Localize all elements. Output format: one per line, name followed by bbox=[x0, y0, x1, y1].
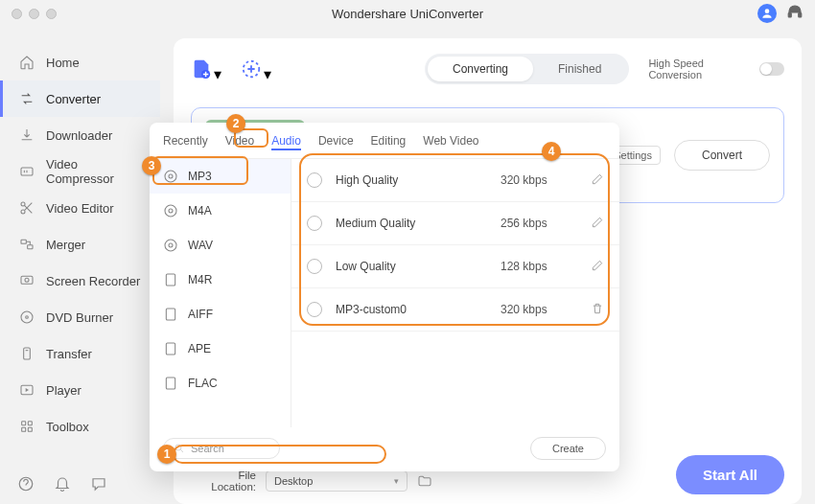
svg-point-27 bbox=[165, 205, 176, 217]
sidebar-item-home[interactable]: Home bbox=[0, 44, 160, 80]
sidebar-item-label: Transfer bbox=[46, 347, 92, 361]
compressor-icon bbox=[19, 164, 35, 179]
audio-file-icon bbox=[163, 341, 178, 356]
svg-rect-12 bbox=[24, 348, 31, 359]
sidebar-item-transfer[interactable]: Transfer bbox=[0, 335, 160, 372]
radio-icon bbox=[307, 172, 322, 188]
format-flac[interactable]: FLAC bbox=[150, 366, 291, 401]
support-icon[interactable] bbox=[786, 3, 803, 24]
search-input[interactable]: Search bbox=[163, 438, 280, 459]
audio-icon bbox=[163, 238, 178, 253]
quality-high[interactable]: High Quality 320 kbps bbox=[291, 159, 619, 202]
sidebar-item-editor[interactable]: Video Editor bbox=[0, 190, 160, 226]
maximize-window[interactable] bbox=[46, 9, 57, 19]
record-icon bbox=[19, 273, 35, 288]
format-aiff[interactable]: AIFF bbox=[150, 297, 291, 332]
annotation-marker-4: 4 bbox=[542, 142, 561, 161]
tab-device[interactable]: Device bbox=[318, 134, 354, 150]
format-wav[interactable]: WAV bbox=[150, 228, 291, 263]
transfer-icon bbox=[19, 346, 35, 361]
audio-file-icon bbox=[163, 376, 178, 391]
quality-low[interactable]: Low Quality 128 kbps bbox=[291, 245, 619, 288]
format-list: MP3 M4A WAV M4R AIFF APE bbox=[150, 159, 291, 427]
create-button[interactable]: Create bbox=[530, 437, 606, 460]
tab-audio[interactable]: Audio bbox=[271, 134, 301, 150]
svg-point-10 bbox=[21, 311, 33, 323]
open-folder-icon[interactable] bbox=[417, 473, 432, 489]
tab-finished[interactable]: Finished bbox=[533, 57, 626, 81]
svg-rect-17 bbox=[28, 427, 32, 431]
svg-point-35 bbox=[175, 445, 181, 450]
sidebar-item-toolbox[interactable]: Toolbox bbox=[0, 408, 160, 445]
sidebar-item-downloader[interactable]: Downloader bbox=[0, 117, 160, 153]
user-avatar[interactable] bbox=[757, 4, 777, 23]
edit-icon[interactable] bbox=[591, 259, 604, 275]
audio-icon bbox=[163, 203, 178, 218]
quality-medium[interactable]: Medium Quality 256 kbps bbox=[291, 202, 619, 245]
file-location-label: File Location: bbox=[191, 470, 256, 493]
format-mp3[interactable]: MP3 bbox=[150, 159, 291, 194]
tab-recently[interactable]: Recently bbox=[163, 134, 208, 150]
delete-icon[interactable] bbox=[591, 302, 604, 318]
format-ape[interactable]: APE bbox=[150, 332, 291, 366]
bell-icon[interactable] bbox=[54, 475, 71, 493]
help-icon[interactable] bbox=[17, 475, 35, 493]
svg-rect-34 bbox=[166, 378, 175, 389]
quality-rate: 320 kbps bbox=[501, 303, 577, 316]
svg-rect-32 bbox=[166, 309, 175, 320]
tab-converting[interactable]: Converting bbox=[428, 57, 533, 81]
format-m4r[interactable]: M4R bbox=[150, 263, 291, 297]
audio-icon bbox=[163, 169, 178, 184]
high-speed-toggle[interactable] bbox=[759, 62, 784, 76]
file-location-select[interactable]: Desktop ▾ bbox=[266, 470, 408, 492]
tab-video[interactable]: Video bbox=[225, 134, 254, 150]
sidebar-item-dvdburner[interactable]: DVD Burner bbox=[0, 299, 160, 335]
home-icon bbox=[19, 55, 35, 70]
add-file-button[interactable]: ▾ bbox=[191, 58, 221, 80]
svg-point-30 bbox=[169, 243, 173, 247]
svg-rect-6 bbox=[21, 240, 26, 243]
sidebar-item-compressor[interactable]: Video Compressor bbox=[0, 153, 160, 190]
annotation-marker-1: 1 bbox=[157, 445, 176, 464]
chevron-down-icon: ▾ bbox=[264, 65, 271, 73]
format-label: M4R bbox=[188, 273, 212, 286]
audio-file-icon bbox=[163, 307, 178, 322]
sidebar-item-screenrecorder[interactable]: Screen Recorder bbox=[0, 263, 160, 299]
radio-icon bbox=[307, 259, 322, 274]
format-popover: Recently Video Audio Device Editing Web … bbox=[150, 123, 619, 471]
convert-button[interactable]: Convert bbox=[674, 140, 770, 171]
traffic-lights bbox=[12, 9, 57, 19]
sidebar-item-merger[interactable]: Merger bbox=[0, 226, 160, 263]
edit-icon[interactable] bbox=[591, 216, 604, 232]
footer-icons bbox=[17, 475, 107, 493]
svg-point-28 bbox=[169, 209, 173, 213]
app-title: Wondershare UniConverter bbox=[332, 7, 483, 21]
start-all-button[interactable]: Start All bbox=[676, 455, 784, 494]
quality-custom[interactable]: MP3-custom0 320 kbps bbox=[291, 288, 619, 332]
svg-rect-15 bbox=[28, 422, 32, 425]
sidebar-item-label: DVD Burner bbox=[46, 310, 113, 325]
svg-point-9 bbox=[25, 278, 29, 282]
svg-point-29 bbox=[165, 240, 176, 251]
edit-icon[interactable] bbox=[591, 172, 604, 189]
close-window[interactable] bbox=[12, 9, 22, 19]
minimize-window[interactable] bbox=[29, 9, 39, 19]
play-icon bbox=[19, 382, 35, 398]
sidebar-item-player[interactable]: Player bbox=[0, 372, 160, 408]
quality-name: Low Quality bbox=[336, 260, 487, 273]
svg-rect-14 bbox=[22, 422, 26, 425]
radio-icon bbox=[307, 216, 322, 231]
merger-icon bbox=[19, 237, 35, 252]
svg-rect-16 bbox=[22, 427, 26, 431]
sidebar-item-converter[interactable]: Converter bbox=[0, 80, 160, 117]
quality-name: High Quality bbox=[336, 173, 487, 187]
add-source-button[interactable]: ▾ bbox=[241, 58, 271, 80]
disc-icon bbox=[19, 309, 35, 325]
sidebar-item-label: Video Compressor bbox=[46, 157, 141, 186]
format-m4a[interactable]: M4A bbox=[150, 194, 291, 228]
format-label: MP3 bbox=[188, 170, 212, 183]
format-label: M4A bbox=[188, 204, 212, 218]
feedback-icon[interactable] bbox=[90, 475, 107, 493]
tab-editing[interactable]: Editing bbox=[371, 134, 407, 150]
tab-webvideo[interactable]: Web Video bbox=[423, 134, 478, 150]
